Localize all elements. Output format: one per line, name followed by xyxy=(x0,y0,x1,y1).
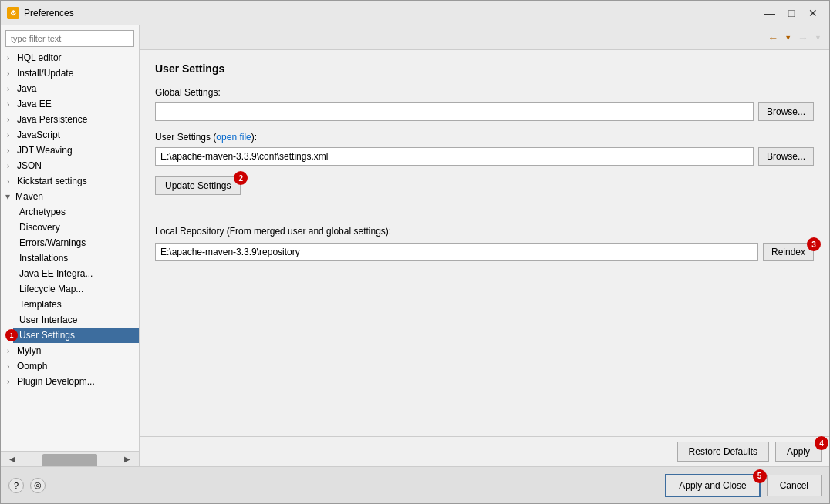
tree-item-archetypes[interactable]: Archetypes xyxy=(13,204,139,220)
tree-group-maven: ▾ Maven Archetypes Discovery Errors/Warn… xyxy=(1,189,139,343)
user-settings-input[interactable] xyxy=(155,147,754,166)
expand-arrow: ▾ xyxy=(5,191,13,202)
user-settings-browse-button[interactable]: Browse... xyxy=(758,147,814,166)
local-repo-label: Local Repository (From merged user and g… xyxy=(155,226,814,237)
scroll-left-btn[interactable]: ◀ xyxy=(1,452,24,466)
tree-item-hql-editor[interactable]: › HQL editor xyxy=(1,50,139,66)
tree-item-label: JavaScript xyxy=(17,129,60,140)
update-settings-label: Update Settings xyxy=(165,180,231,191)
expand-arrow: › xyxy=(7,362,15,371)
expand-arrow: › xyxy=(7,378,15,386)
scroll-right-btn[interactable]: ▶ xyxy=(116,452,139,466)
tree-item-label: Templates xyxy=(19,299,62,310)
tree-item-label: Java Persistence xyxy=(17,114,87,125)
update-settings-badge: 2 xyxy=(234,171,248,185)
apply-close-button[interactable]: Apply and Close 5 xyxy=(665,474,760,497)
help-icon[interactable]: ? xyxy=(8,478,24,493)
tree-item-templates[interactable]: Templates xyxy=(13,297,139,312)
settings-icon[interactable]: ◎ xyxy=(30,478,46,493)
local-repo-input[interactable] xyxy=(155,243,758,261)
right-panel: ← ▼ → ▼ User Settings Global Settings: B… xyxy=(140,25,829,466)
window-controls: — □ ✕ xyxy=(760,5,823,21)
tree-item-errors-warnings[interactable]: Errors/Warnings xyxy=(13,235,139,250)
tree-item-java-ee-integration[interactable]: Java EE Integra... xyxy=(13,266,139,281)
back-arrow-icon[interactable]: ← xyxy=(766,30,780,45)
forward-dropdown-icon: ▼ xyxy=(813,32,823,43)
tree-item-label: Errors/Warnings xyxy=(19,237,86,248)
tree-item-label: Kickstart settings xyxy=(17,176,87,186)
tree-item-java-ee[interactable]: › Java EE xyxy=(1,96,139,112)
global-settings-input[interactable] xyxy=(155,102,754,121)
maven-children: Archetypes Discovery Errors/Warnings Ins… xyxy=(1,204,139,343)
expand-arrow: › xyxy=(7,85,15,93)
reindex-button[interactable]: Reindex 3 xyxy=(763,243,814,261)
reindex-label: Reindex xyxy=(771,247,805,257)
tree-item-label: JDT Weaving xyxy=(17,145,73,156)
footer: ? ◎ Apply and Close 5 Cancel xyxy=(1,466,829,503)
tree-item-javascript[interactable]: › JavaScript xyxy=(1,127,139,143)
tree-item-label: Java xyxy=(17,83,36,94)
tree-item-label: Plugin Developm... xyxy=(17,376,95,387)
tree-item-discovery[interactable]: Discovery xyxy=(13,220,139,235)
tree-item-install-update[interactable]: › Install/Update xyxy=(1,66,139,81)
filter-input[interactable] xyxy=(5,30,134,47)
left-panel: › HQL editor › Install/Update › Java › J… xyxy=(1,25,140,466)
cancel-button[interactable]: Cancel xyxy=(767,475,822,496)
apply-badge: 4 xyxy=(815,436,828,450)
scroll-controls: ◀ ▶ xyxy=(1,451,139,466)
expand-arrow: › xyxy=(7,100,15,109)
update-settings-button[interactable]: Update Settings 2 xyxy=(155,176,241,195)
minimize-button[interactable]: — xyxy=(760,5,780,21)
reindex-badge: 3 xyxy=(807,237,821,251)
expand-arrow: › xyxy=(7,146,15,155)
tree-item-user-interface[interactable]: User Interface xyxy=(13,312,139,328)
content-area: User Settings Global Settings: Browse...… xyxy=(140,50,829,436)
tree-item-label: Archetypes xyxy=(19,207,66,217)
open-file-link[interactable]: open file xyxy=(216,132,251,143)
tree-item-mylyn[interactable]: › Mylyn xyxy=(1,343,139,358)
user-settings-label: User Settings (open file): xyxy=(155,132,814,143)
window-icon: ⚙ xyxy=(7,7,19,19)
top-toolbar: ← ▼ → ▼ xyxy=(140,25,829,50)
maximize-button[interactable]: □ xyxy=(781,5,801,21)
tree-item-oomph[interactable]: › Oomph xyxy=(1,358,139,374)
forward-arrow-icon: → xyxy=(796,30,810,45)
tree-item-user-settings[interactable]: User Settings 1 xyxy=(13,328,139,343)
tree-item-label: Maven xyxy=(15,191,43,202)
tree-item-plugin-dev[interactable]: › Plugin Developm... xyxy=(1,374,139,389)
expand-arrow: › xyxy=(7,177,15,186)
tree-item-maven[interactable]: ▾ Maven xyxy=(1,189,139,204)
tree-item-label: HQL editor xyxy=(17,52,62,63)
tree-item-label: User Interface xyxy=(19,314,77,325)
tree-item-label: User Settings xyxy=(19,330,75,341)
expand-arrow: › xyxy=(7,54,15,62)
restore-defaults-button[interactable]: Restore Defaults xyxy=(677,442,769,462)
global-settings-label: Global Settings: xyxy=(155,87,814,98)
expand-arrow: › xyxy=(7,347,15,355)
apply-button[interactable]: Apply 4 xyxy=(775,442,822,462)
tree-item-label: Install/Update xyxy=(17,68,73,79)
tree-item-label: JSON xyxy=(17,160,42,171)
user-settings-row: Browse... xyxy=(155,147,814,166)
tree-item-kickstart[interactable]: › Kickstart settings xyxy=(1,173,139,189)
tree-item-java[interactable]: › Java xyxy=(1,81,139,96)
footer-left: ? ◎ xyxy=(8,478,659,493)
tree-item-jdt-weaving[interactable]: › JDT Weaving xyxy=(1,143,139,158)
tree-item-label: Mylyn xyxy=(17,345,41,356)
preferences-window: ⚙ Preferences — □ ✕ › HQL editor › Insta… xyxy=(0,0,830,504)
tree-item-label: Oomph xyxy=(17,361,47,371)
tree-item-json[interactable]: › JSON xyxy=(1,158,139,173)
apply-close-badge: 5 xyxy=(753,469,767,483)
tree-item-java-persistence[interactable]: › Java Persistence xyxy=(1,112,139,127)
tree-item-label: Java EE Integra... xyxy=(19,268,93,279)
tree-item-lifecycle-mappings[interactable]: Lifecycle Map... xyxy=(13,281,139,297)
close-button[interactable]: ✕ xyxy=(803,5,823,21)
tree-item-label: Java EE xyxy=(17,99,52,109)
tree-item-label: Lifecycle Map... xyxy=(19,284,83,294)
window-title: Preferences xyxy=(24,8,760,18)
bottom-panel: Restore Defaults Apply 4 xyxy=(140,436,829,466)
global-settings-browse-button[interactable]: Browse... xyxy=(758,102,814,121)
local-repo-row: Reindex 3 xyxy=(155,243,814,261)
tree-item-installations[interactable]: Installations xyxy=(13,250,139,266)
back-dropdown-icon[interactable]: ▼ xyxy=(783,32,793,43)
